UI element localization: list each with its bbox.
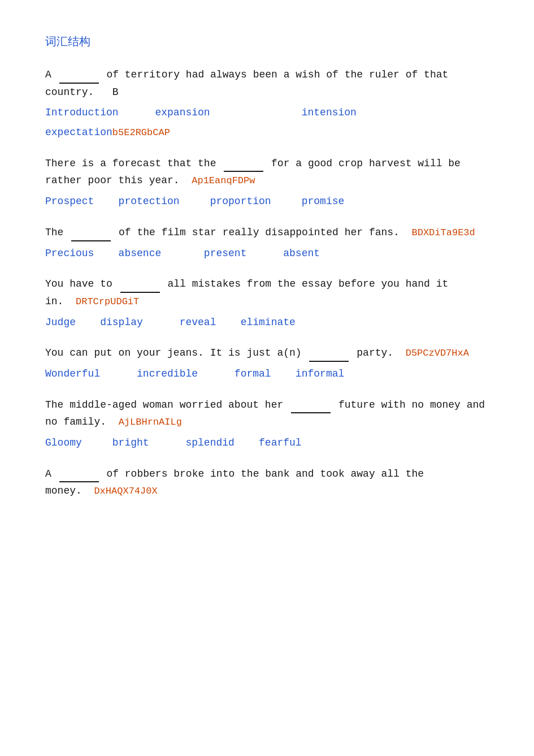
options-q1: Introduction expansion intension	[45, 104, 489, 122]
question-block-q4: You have to all mistakes from the essay …	[45, 275, 489, 331]
question-block-q1: A of territory had always been a wish of…	[45, 66, 489, 141]
page-title: 词汇结构	[45, 34, 489, 49]
sentence-q6: The middle-aged woman worried about her …	[45, 396, 489, 431]
question-block-q7: A of robbers broke into the bank and too…	[45, 465, 489, 500]
options-q4: Judge display reveal eliminate	[45, 314, 489, 331]
options-q6: Gloomy bright splendid fearful	[45, 434, 489, 452]
code-q1: b5E2RGbCAP	[112, 127, 170, 138]
code-q7: DxHAQX74J0X	[94, 486, 157, 496]
sentence-q5: You can put on your jeans. It is just a(…	[45, 344, 489, 362]
code-q3: BDXDiTa9E3d	[412, 227, 475, 238]
question-block-q3: The of the film star really disappointed…	[45, 224, 489, 262]
sentence-q7: A of robbers broke into the bank and too…	[45, 465, 489, 500]
sentence-q1: A of territory had always been a wish of…	[45, 66, 489, 101]
code-q5: D5PCzVD7HxA	[406, 348, 469, 358]
question-block-q5: You can put on your jeans. It is just a(…	[45, 344, 489, 382]
code-q6: AjLBHrnAILg	[119, 417, 182, 427]
sentence-q4: You have to all mistakes from the essay …	[45, 275, 489, 310]
question-list: A of territory had always been a wish of…	[45, 66, 489, 500]
code-q4: DRTCrpUDGiT	[76, 296, 139, 307]
sentence-q2: There is a forecast that the for a good …	[45, 155, 489, 189]
options-q3: Precious absence present absent	[45, 245, 489, 262]
question-block-q2: There is a forecast that the for a good …	[45, 155, 489, 210]
answer-letter-q1: B	[112, 87, 119, 98]
code-q2: Ap1EanqFDPw	[192, 175, 255, 186]
question-block-q6: The middle-aged woman worried about her …	[45, 396, 489, 452]
options-q2: Prospect protection proportion promise	[45, 193, 489, 210]
options-q1-line2: expectationb5E2RGbCAP	[45, 124, 489, 141]
sentence-q3: The of the film star really disappointed…	[45, 224, 489, 241]
options-q5: Wonderful incredible formal informal	[45, 365, 489, 383]
